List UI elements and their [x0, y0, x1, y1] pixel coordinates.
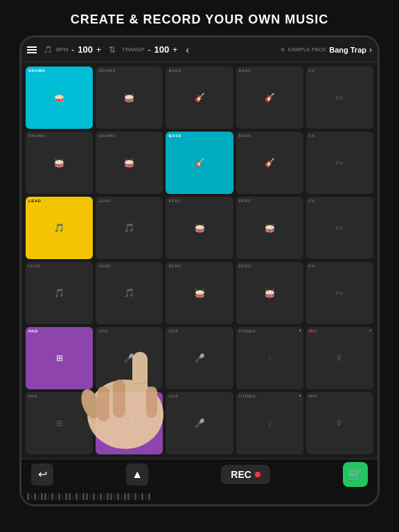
grid-cell-5-3[interactable]: ITUNES♪: [236, 392, 303, 454]
rec-dot: [255, 472, 260, 477]
keyboard-key[interactable]: [103, 495, 105, 499]
back-button[interactable]: ↩: [31, 463, 53, 486]
grid-cell-0-3[interactable]: BASS🎸: [236, 66, 303, 129]
cell-icon-3-2: 🥁: [195, 288, 205, 298]
keyboard-key[interactable]: [34, 493, 36, 500]
grid-cell-1-4[interactable]: FXFX: [306, 132, 373, 194]
cell-icon-4-4: 🎙: [335, 353, 344, 363]
keyboard-key[interactable]: [114, 495, 116, 499]
keyboard-key[interactable]: [121, 495, 123, 499]
keyboard-key[interactable]: [110, 493, 112, 500]
grid-cell-3-1[interactable]: LEAD🎵: [96, 262, 163, 324]
keyboard-key[interactable]: [107, 493, 109, 500]
cell-label-1-0: DRUMS: [28, 134, 46, 138]
keyboard-key[interactable]: [93, 493, 95, 500]
transp-plus[interactable]: +: [171, 45, 179, 55]
keyboard-key[interactable]: [41, 493, 43, 500]
bpm-plus[interactable]: +: [95, 45, 103, 55]
keyboard-key[interactable]: [48, 495, 50, 499]
grid-cell-2-3[interactable]: PERC🥁: [236, 197, 303, 259]
cart-button[interactable]: 🛒: [343, 462, 368, 487]
keyboard-key[interactable]: [134, 493, 136, 500]
grid-cell-5-4[interactable]: MIC🎙: [306, 392, 373, 454]
grid-cell-2-0[interactable]: LEAD🎵: [26, 197, 93, 259]
keyboard-key[interactable]: [127, 493, 130, 500]
keyboard-key[interactable]: [117, 493, 119, 500]
keyboard-key[interactable]: [51, 493, 53, 500]
keyboard-key[interactable]: [141, 493, 143, 500]
keyboard-key[interactable]: [86, 493, 88, 500]
cell-label-4-2: VOX: [168, 329, 178, 333]
up-button[interactable]: ▲: [126, 463, 148, 486]
cell-label-5-2: VOX: [168, 394, 178, 398]
cell-label-0-1: DRUMS: [98, 69, 116, 73]
transp-value: 100: [154, 44, 170, 55]
grid-cell-2-4[interactable]: FXFX: [306, 197, 373, 259]
menu-icon[interactable]: [27, 46, 37, 53]
keyboard-key[interactable]: [69, 493, 71, 500]
keyboard-key[interactable]: [58, 493, 60, 500]
keyboard-key[interactable]: [82, 493, 85, 500]
grid-cell-3-2[interactable]: PERC🥁: [166, 262, 233, 324]
keyboard-key[interactable]: [55, 495, 57, 499]
grid-cell-3-4[interactable]: FXFX: [306, 262, 373, 324]
grid-cell-4-2[interactable]: VOX🎤: [166, 327, 233, 389]
bpm-minus[interactable]: -: [70, 45, 76, 55]
rec-button[interactable]: REC: [221, 465, 270, 484]
page-title: CREATE & RECORD YOUR OWN MUSIC: [71, 0, 328, 35]
transp-minus[interactable]: -: [147, 45, 152, 55]
grid-cell-1-1[interactable]: DRUMS🥁: [96, 132, 163, 194]
grid-cell-4-1[interactable]: VOX🎤: [96, 327, 163, 389]
keyboard-key[interactable]: [76, 493, 78, 500]
keyboard-key[interactable]: [96, 495, 98, 499]
grid-cell-4-3[interactable]: ITUNES♪: [236, 327, 303, 389]
cell-label-1-1: DRUMS: [98, 134, 116, 138]
keyboard-key[interactable]: [145, 495, 147, 499]
grid-cell-4-4[interactable]: MIC🎙: [306, 327, 373, 389]
keyboard-key[interactable]: [138, 495, 140, 499]
keyboard-key[interactable]: [131, 495, 133, 499]
sample-pack-label: SAMPLE PACK: [287, 46, 326, 53]
sample-pack-next[interactable]: ›: [369, 45, 372, 55]
keyboard-key[interactable]: [89, 495, 91, 499]
keyboard-key[interactable]: [148, 493, 150, 500]
grid-cell-0-4[interactable]: FXFX: [306, 66, 373, 129]
cell-icon-1-1: 🥁: [124, 158, 134, 168]
bpm-value: 100: [78, 44, 93, 55]
keyboard-key[interactable]: [72, 495, 74, 499]
rec-label: REC: [231, 469, 251, 480]
arrow-back[interactable]: ‹: [186, 44, 189, 55]
grid-cell-3-0[interactable]: LEAD🎵: [26, 262, 93, 324]
keyboard-key[interactable]: [44, 493, 46, 500]
grid-cell-5-0[interactable]: PAD⊞: [26, 392, 93, 454]
grid-cell-0-0[interactable]: DRUMS🥁: [26, 66, 93, 129]
grid-cell-4-0[interactable]: PAD⊞: [26, 327, 93, 389]
grid-cell-0-1[interactable]: DRUMS🥁: [96, 66, 163, 129]
keyboard-key[interactable]: [30, 495, 33, 499]
grid-cell-2-2[interactable]: PERC🥁: [166, 197, 233, 259]
cell-label-1-4: FX: [309, 134, 315, 138]
grid-cell-2-1[interactable]: LEAD🎵: [96, 197, 163, 259]
keyboard-key[interactable]: [79, 495, 81, 499]
keyboard-key[interactable]: [37, 495, 39, 499]
cell-label-0-4: FX: [309, 69, 315, 73]
grid-cell-1-2[interactable]: BASS🎸: [166, 132, 233, 194]
grid-row-0: DRUMS🥁DRUMS🥁BASS🎸BASS🎸FXFX: [26, 66, 373, 129]
cell-icon-3-3: 🥁: [265, 288, 275, 298]
grid-cell-5-1[interactable]: VOX🎤: [96, 392, 163, 454]
cell-icon-0-4: FX: [336, 95, 343, 101]
cart-icon: 🛒: [348, 467, 363, 482]
keyboard-key[interactable]: [100, 493, 102, 500]
grid-cell-1-3[interactable]: BASS🎸: [236, 132, 303, 194]
keyboard-key[interactable]: [65, 493, 67, 500]
grid-row-1: DRUMS🥁DRUMS🥁BASS🎸BASS🎸FXFX: [26, 132, 373, 194]
grid-cell-3-3[interactable]: PERC🥁: [236, 262, 303, 324]
keyboard-key[interactable]: [62, 495, 64, 499]
keyboard-key[interactable]: [27, 493, 29, 500]
keyboard-key[interactable]: [124, 493, 126, 500]
grid-cell-5-2[interactable]: VOX🎤: [166, 392, 233, 454]
sample-pack-name: Bang Trap: [329, 46, 366, 54]
grid-cell-1-0[interactable]: DRUMS🥁: [26, 132, 93, 194]
cell-icon-1-3: 🎸: [265, 158, 275, 168]
grid-cell-0-2[interactable]: BASS🎸: [166, 66, 233, 129]
